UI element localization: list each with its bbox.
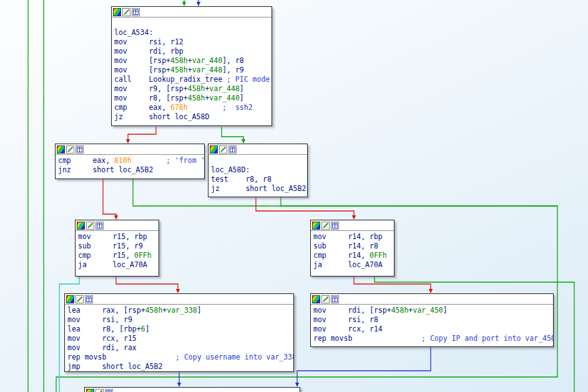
edit-node-icon[interactable] <box>321 222 330 230</box>
asm-code: mov r15, rbpsub r15, r9cmp r15, 0FFhja l… <box>76 231 159 270</box>
asm-line[interactable]: jz short loc_A58D <box>114 112 269 122</box>
asm-line[interactable]: lea r8, [rbp+6] <box>67 325 291 334</box>
asm-line[interactable]: test r8, r8 <box>211 175 305 184</box>
group-node-icon[interactable] <box>76 145 84 154</box>
asm-line[interactable]: rep movsb ; Copy username into var_338 <box>67 353 291 362</box>
asm-line[interactable]: loc_A534: <box>114 28 269 37</box>
node-color-icon[interactable] <box>66 295 74 303</box>
group-node-icon[interactable] <box>331 295 339 303</box>
graph-canvas[interactable]: loc_A534:mov rsi, r12mov rdi, rbpmov [rs… <box>0 0 588 392</box>
basic-block-copy-ip-port[interactable]: mov rdi, [rsp+458h+var_450]mov rsi, r8mo… <box>310 293 554 347</box>
asm-line[interactable]: mov rdi, [rsp+458h+var_450] <box>313 306 551 315</box>
asm-line[interactable]: mov r15, rbp <box>78 232 156 242</box>
edit-node-icon[interactable] <box>96 389 104 392</box>
asm-line[interactable]: mov rsi, r12 <box>114 37 269 47</box>
block-header <box>85 388 300 392</box>
edge-b1-true-b3 <box>222 127 243 143</box>
basic-block-loc_A534[interactable]: loc_A534:mov rsi, r12mov rdi, rbpmov [rs… <box>111 6 272 126</box>
edit-node-icon[interactable] <box>76 295 84 303</box>
asm-line[interactable]: mov [rsp+458h+var_448], r9 <box>114 66 269 75</box>
edge-b3-false-b5 <box>256 197 354 219</box>
asm-line[interactable]: mov rdi, rax <box>67 343 291 353</box>
node-color-icon[interactable] <box>210 145 218 154</box>
node-color-icon[interactable] <box>312 295 320 303</box>
asm-line[interactable]: cmp r15, 0FFh <box>78 251 156 260</box>
edge-b3-true-a5b2 <box>281 197 557 206</box>
block-header <box>56 144 204 155</box>
asm-line[interactable]: ja loc_A70A <box>78 260 156 270</box>
asm-line[interactable]: mov [rsp+458h+var_440], r8 <box>114 56 269 66</box>
group-node-icon[interactable] <box>228 145 237 154</box>
group-node-icon[interactable] <box>331 222 339 230</box>
asm-code: lea rax, [rsp+458h+var_338]mov rsi, r9le… <box>65 305 293 372</box>
group-node-icon[interactable] <box>132 8 140 16</box>
asm-line[interactable]: sub r15, r9 <box>78 242 156 251</box>
basic-block-cmp-810h[interactable]: cmp eax, 810h ; 'from 'jnz short loc_A5B… <box>55 144 205 179</box>
basic-block-loc_A5B2-partial[interactable] <box>84 387 300 392</box>
block-header <box>76 220 159 231</box>
asm-code: mov rdi, [rsp+458h+var_450]mov rsi, r8mo… <box>311 305 553 344</box>
asm-code: loc_A58D:test r8, r8jz short loc_A5B2 <box>208 155 307 194</box>
block-header <box>208 144 307 155</box>
asm-line[interactable]: mov rcx, r14 <box>313 325 551 334</box>
node-color-icon[interactable] <box>113 8 121 16</box>
asm-line[interactable]: mov rcx, r15 <box>67 334 291 343</box>
asm-line[interactable]: sub r14, r8 <box>313 242 391 251</box>
asm-line[interactable]: jnz short loc_A5B2 <box>58 165 202 175</box>
edge-b5-false-b7 <box>354 277 431 293</box>
asm-line[interactable]: jz short loc_A5B2 <box>211 184 305 194</box>
asm-line[interactable]: mov r14, rbp <box>313 232 391 242</box>
group-node-icon[interactable] <box>85 295 93 303</box>
edge-b4-false-b6 <box>116 277 178 293</box>
asm-line[interactable]: cmp r14, 0FFh <box>313 251 391 260</box>
asm-line[interactable]: ja loc_A70A <box>313 260 391 270</box>
basic-block-loc_A58D[interactable]: loc_A58D:test r8, r8jz short loc_A5B2 <box>208 144 308 197</box>
block-header <box>311 294 553 305</box>
edge-b7-flow-b8 <box>297 347 431 386</box>
asm-line[interactable]: cmp eax, 678h ; ssh2 <box>114 103 269 112</box>
edit-node-icon[interactable] <box>66 145 74 154</box>
node-color-icon[interactable] <box>86 389 94 392</box>
asm-line[interactable] <box>211 156 305 165</box>
asm-line[interactable]: mov rsi, r9 <box>67 315 291 325</box>
asm-code: mov r14, rbpsub r14, r8cmp r14, 0FFhja l… <box>311 231 394 270</box>
asm-line[interactable]: cmp eax, 810h ; 'from ' <box>58 156 202 165</box>
edit-node-icon[interactable] <box>86 222 94 230</box>
asm-line[interactable]: loc_A58D: <box>211 165 305 175</box>
basic-block-check-r14[interactable]: mov r14, rbpsub r14, r8cmp r14, 0FFhja l… <box>310 220 394 277</box>
asm-line[interactable]: lea rax, [rsp+458h+var_338] <box>67 306 291 315</box>
edge-b2-false-b4 <box>103 179 116 219</box>
asm-line[interactable]: call Lookup_radix_tree ; PIC mode <box>114 75 269 84</box>
asm-line[interactable]: mov rdi, rbp <box>114 47 269 56</box>
edit-node-icon[interactable] <box>219 145 227 154</box>
basic-block-check-r15[interactable]: mov r15, rbpsub r15, r9cmp r15, 0FFhja l… <box>75 220 159 277</box>
asm-line[interactable] <box>114 19 269 28</box>
asm-line[interactable]: mov rsi, r8 <box>313 315 551 325</box>
asm-code: cmp eax, 810h ; 'from 'jnz short loc_A5B… <box>56 155 204 175</box>
asm-line[interactable]: rep movsb ; Copy IP and port into var_45… <box>313 334 551 343</box>
asm-line[interactable]: jmp short loc_A5B2 <box>67 362 291 371</box>
block-header <box>311 220 394 231</box>
asm-code: loc_A534:mov rsi, r12mov rdi, rbpmov [rs… <box>112 17 272 122</box>
edit-node-icon[interactable] <box>122 8 130 16</box>
group-node-icon[interactable] <box>105 389 113 392</box>
asm-line[interactable]: mov r9, [rsp+458h+var_448] <box>114 84 269 94</box>
node-color-icon[interactable] <box>57 145 65 154</box>
asm-line[interactable]: mov r8, [rsp+458h+var_440] <box>114 94 269 103</box>
block-header <box>65 294 293 305</box>
node-color-icon[interactable] <box>312 222 320 230</box>
edit-node-icon[interactable] <box>321 295 330 303</box>
edge-b1-false-b2 <box>128 127 156 143</box>
basic-block-copy-username[interactable]: lea rax, [rsp+458h+var_338]mov rsi, r9le… <box>64 293 294 372</box>
group-node-icon[interactable] <box>96 222 104 230</box>
block-header <box>112 7 272 17</box>
node-color-icon[interactable] <box>77 222 85 230</box>
